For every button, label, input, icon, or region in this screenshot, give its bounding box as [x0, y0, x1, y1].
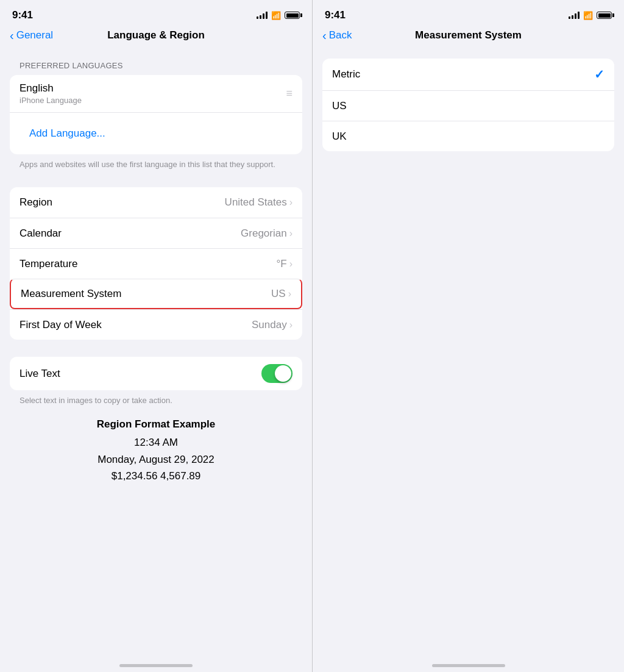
measurement-system-row[interactable]: Measurement System US › — [10, 279, 302, 309]
english-row[interactable]: English iPhone Language ≡ — [10, 75, 302, 112]
language-description: Apps and websites will use the first lan… — [0, 154, 312, 170]
add-language-button[interactable]: Add Language... — [20, 120, 115, 147]
status-time-left: 9:41 — [12, 9, 33, 21]
right-panel: 9:41 📶 ‹ Back Measurement System Metric … — [312, 0, 624, 672]
add-language-row[interactable]: Add Language... — [10, 112, 302, 154]
first-day-row[interactable]: First Day of Week Sunday › — [10, 309, 302, 340]
page-title-right: Measurement System — [415, 29, 522, 41]
nav-bar-left: ‹ General Language & Region — [0, 27, 312, 49]
live-text-label: Live Text — [20, 368, 261, 380]
home-indicator-left — [119, 664, 193, 667]
measurement-options-card: Metric ✓ US UK — [322, 59, 614, 151]
live-text-row: Live Text — [10, 357, 302, 390]
preferred-languages-label: PREFERRED LANGUAGES — [0, 49, 312, 75]
page-title-left: Language & Region — [107, 29, 205, 41]
uk-label: UK — [332, 130, 604, 143]
back-button-left[interactable]: ‹ General — [10, 29, 53, 41]
status-icons-right: 📶 — [569, 11, 612, 20]
us-label: US — [332, 100, 604, 112]
temperature-label: Temperature — [20, 258, 276, 270]
nav-bar-right: ‹ Back Measurement System — [313, 27, 624, 49]
chevron-right-icon: › — [289, 228, 292, 239]
signal-icon — [257, 12, 268, 19]
status-bar-right: 9:41 📶 — [313, 0, 624, 27]
live-text-toggle[interactable] — [261, 364, 292, 383]
temperature-row[interactable]: Temperature °F › — [10, 248, 302, 279]
live-text-card: Live Text — [10, 357, 302, 390]
chevron-right-icon: › — [288, 288, 291, 299]
languages-card: English iPhone Language ≡ Add Language..… — [10, 75, 302, 154]
region-value: United States — [225, 196, 287, 209]
left-panel: 9:41 📶 ‹ General Language & Region PREFE… — [0, 0, 312, 672]
live-text-description: Select text in images to copy or take ac… — [0, 390, 312, 406]
signal-icon — [569, 12, 580, 19]
metric-label: Metric — [332, 68, 594, 80]
home-indicator-right — [432, 664, 505, 667]
calendar-label: Calendar — [20, 227, 241, 240]
format-section: Region Format Example 12:34 AM Monday, A… — [0, 406, 312, 484]
battery-icon — [597, 12, 612, 19]
wifi-icon: 📶 — [271, 11, 281, 20]
toggle-knob — [275, 365, 291, 382]
status-icons-left: 📶 — [257, 11, 300, 20]
english-title: English — [20, 82, 281, 95]
format-title: Region Format Example — [10, 418, 302, 431]
format-numbers: $1,234.56 4,567.89 — [10, 468, 302, 484]
metric-row[interactable]: Metric ✓ — [322, 59, 614, 90]
first-day-label: First Day of Week — [20, 319, 252, 331]
calendar-value: Gregorian — [241, 227, 287, 240]
measurement-system-value: US — [271, 288, 286, 300]
settings-card: Region United States › Calendar Gregoria… — [10, 187, 302, 340]
back-button-right[interactable]: ‹ Back — [322, 29, 352, 41]
checkmark-icon: ✓ — [594, 67, 604, 82]
uk-row[interactable]: UK — [322, 121, 614, 151]
format-time: 12:34 AM — [10, 434, 302, 451]
region-label: Region — [20, 196, 225, 209]
english-subtitle: iPhone Language — [20, 96, 281, 105]
battery-icon — [285, 12, 300, 19]
status-bar-left: 9:41 📶 — [0, 0, 312, 27]
measurement-system-label: Measurement System — [21, 288, 271, 300]
back-label-left: General — [16, 29, 53, 41]
first-day-value: Sunday — [252, 319, 287, 331]
back-label-right: Back — [329, 29, 352, 41]
us-row[interactable]: US — [322, 90, 614, 121]
chevron-right-icon: › — [289, 197, 292, 208]
chevron-right-icon: › — [289, 320, 292, 331]
temperature-value: °F — [276, 258, 286, 270]
format-date: Monday, August 29, 2022 — [10, 451, 302, 468]
region-row[interactable]: Region United States › — [10, 187, 302, 218]
wifi-icon: 📶 — [583, 11, 593, 20]
chevron-left-icon: ‹ — [322, 29, 327, 41]
chevron-left-icon: ‹ — [10, 29, 14, 41]
chevron-right-icon: › — [289, 259, 292, 270]
drag-handle-icon: ≡ — [286, 87, 292, 100]
calendar-row[interactable]: Calendar Gregorian › — [10, 218, 302, 248]
status-time-right: 9:41 — [325, 9, 346, 21]
